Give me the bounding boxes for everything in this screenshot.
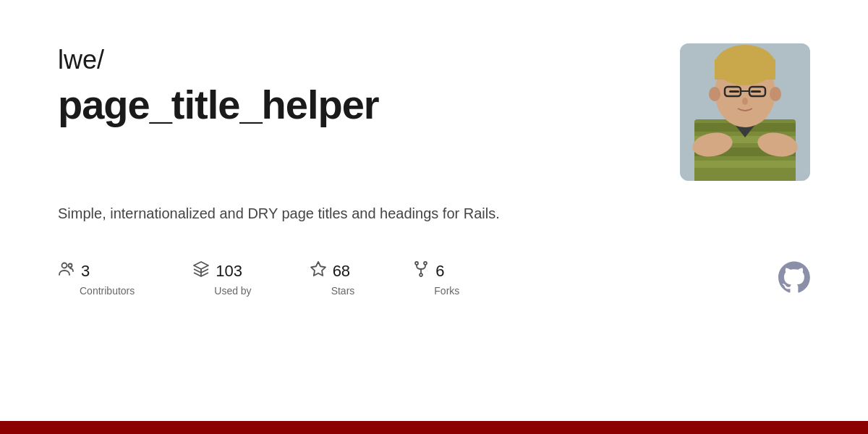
contributors-stat-top: 3 bbox=[58, 260, 90, 282]
used-by-label: Used by bbox=[214, 285, 251, 297]
stars-label: Stars bbox=[331, 285, 355, 297]
stats-row: 3 Contributors 103 Used by bbox=[58, 260, 810, 297]
forks-label: Forks bbox=[434, 285, 459, 297]
stars-stat[interactable]: 68 Stars bbox=[310, 260, 355, 297]
svg-point-21 bbox=[69, 264, 72, 268]
repo-name[interactable]: page_title_helper bbox=[58, 80, 651, 129]
repo-namespace: lwe/ bbox=[58, 43, 651, 77]
svg-rect-5 bbox=[694, 161, 796, 168]
package-icon bbox=[192, 260, 210, 282]
svg-rect-11 bbox=[715, 59, 775, 80]
main-content: lwe/ page_title_helper bbox=[0, 0, 868, 421]
svg-point-13 bbox=[770, 87, 781, 101]
stars-count: 68 bbox=[333, 262, 350, 281]
forks-stat-top: 6 bbox=[412, 260, 444, 282]
stars-stat-top: 68 bbox=[310, 260, 350, 282]
fork-icon bbox=[412, 260, 430, 282]
forks-stat[interactable]: 6 Forks bbox=[412, 260, 459, 297]
used-by-stat[interactable]: 103 Used by bbox=[192, 260, 251, 297]
github-mark[interactable] bbox=[778, 261, 810, 296]
repo-title-section: lwe/ page_title_helper bbox=[58, 43, 651, 129]
contributors-count: 3 bbox=[81, 262, 90, 281]
svg-marker-23 bbox=[311, 262, 326, 276]
used-by-stat-top: 103 bbox=[192, 260, 242, 282]
star-icon bbox=[310, 260, 327, 282]
bottom-bar bbox=[0, 421, 868, 434]
repo-header: lwe/ page_title_helper bbox=[58, 43, 810, 181]
svg-point-12 bbox=[709, 87, 720, 101]
forks-count: 6 bbox=[435, 262, 444, 281]
svg-point-19 bbox=[742, 98, 748, 105]
svg-point-20 bbox=[62, 263, 67, 268]
svg-point-26 bbox=[420, 273, 422, 276]
contributors-stat[interactable]: 3 Contributors bbox=[58, 260, 135, 297]
repo-description: Simple, internationalized and DRY page t… bbox=[58, 203, 550, 224]
svg-rect-15 bbox=[751, 90, 761, 93]
contributors-label: Contributors bbox=[80, 285, 135, 297]
used-by-count: 103 bbox=[216, 262, 242, 281]
contributors-icon bbox=[58, 260, 75, 282]
svg-rect-14 bbox=[729, 90, 739, 93]
avatar bbox=[680, 43, 810, 181]
